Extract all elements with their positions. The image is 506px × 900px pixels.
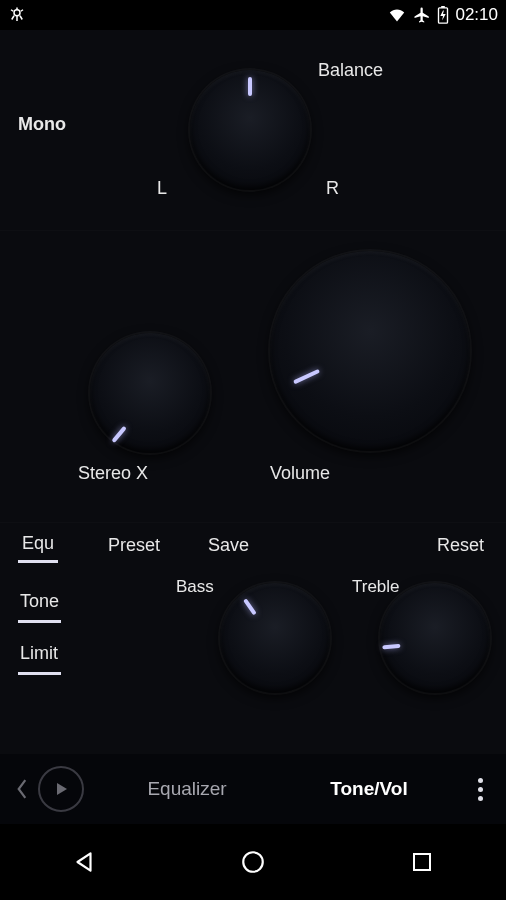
- toggle-column: Tone Limit: [18, 583, 61, 675]
- airplane-icon: [413, 6, 431, 24]
- svg-point-3: [243, 852, 263, 872]
- bass-label: Bass: [176, 577, 214, 597]
- treble-label: Treble: [352, 577, 400, 597]
- reset-button[interactable]: Reset: [433, 529, 488, 562]
- dot-icon: [478, 787, 483, 792]
- balance-section: Mono Balance L R: [0, 30, 506, 230]
- treble-indicator: [382, 643, 400, 649]
- play-button[interactable]: [38, 766, 84, 812]
- dot-icon: [478, 778, 483, 783]
- tone-toggle[interactable]: Tone: [18, 583, 61, 623]
- volume-knob[interactable]: [270, 251, 470, 451]
- balance-knob[interactable]: [190, 70, 310, 190]
- svg-rect-4: [414, 854, 430, 870]
- wifi-icon: [387, 7, 407, 23]
- bass-indicator: [243, 598, 256, 615]
- tab-bar: Equalizer Tone/Vol: [0, 754, 506, 824]
- stereox-label: Stereo X: [78, 463, 148, 484]
- equ-toggle-top[interactable]: Equ: [18, 527, 58, 563]
- more-button[interactable]: [460, 769, 500, 809]
- stereox-indicator: [111, 426, 126, 443]
- battery-charging-icon: [437, 6, 449, 24]
- balance-right-label: R: [326, 178, 339, 199]
- debug-icon: [8, 6, 26, 24]
- save-button[interactable]: Save: [204, 529, 253, 562]
- status-bar: 02:10: [0, 0, 506, 30]
- back-button[interactable]: [6, 773, 38, 805]
- treble-knob[interactable]: [380, 583, 490, 693]
- preset-button[interactable]: Preset: [104, 529, 164, 562]
- balance-left-label: L: [157, 178, 167, 199]
- dot-icon: [478, 796, 483, 801]
- status-time: 02:10: [455, 5, 498, 25]
- volume-indicator: [293, 369, 320, 384]
- volume-label: Volume: [270, 463, 330, 484]
- nav-recent-button[interactable]: [392, 842, 452, 882]
- android-nav-bar: [0, 824, 506, 900]
- tone-top-row: Equ Preset Save Reset: [0, 523, 506, 567]
- stereo-volume-section: Stereo X Volume: [0, 230, 506, 522]
- mono-button[interactable]: Mono: [18, 114, 66, 135]
- nav-home-button[interactable]: [223, 842, 283, 882]
- nav-back-button[interactable]: [54, 842, 114, 882]
- bass-knob[interactable]: [220, 583, 330, 693]
- svg-point-0: [14, 10, 20, 16]
- tone-section: Equ Preset Save Reset Tone Limit Bass Tr…: [0, 522, 506, 742]
- tab-tonevol[interactable]: Tone/Vol: [278, 760, 460, 818]
- balance-indicator: [248, 77, 252, 96]
- stereox-knob[interactable]: [90, 333, 210, 453]
- svg-rect-2: [442, 6, 446, 8]
- tab-equalizer[interactable]: Equalizer: [96, 760, 278, 818]
- balance-title: Balance: [318, 60, 383, 81]
- limit-toggle[interactable]: Limit: [18, 635, 61, 675]
